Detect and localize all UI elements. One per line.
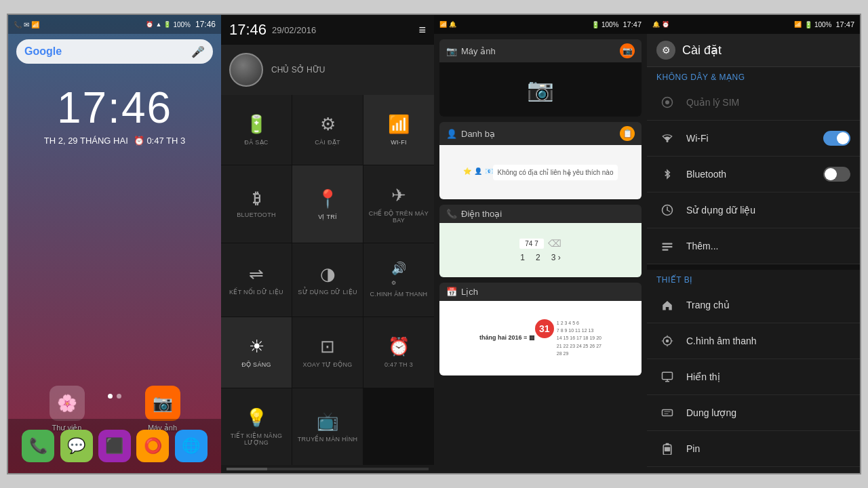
section-wireless: KHÔNG DÂY & MẠNG (647, 67, 860, 85)
google-search-bar[interactable]: Google 🎤 (16, 39, 213, 64)
recent-item-phone[interactable]: 📞 Điện thoại 74 7 ⌫ 123 › (439, 205, 642, 277)
settings-battery: 🔋 100% (804, 21, 831, 28)
home-clock: 17:46 TH 2, 29 THÁNG HAI ⏰ 0:47 TH 3 (8, 83, 221, 146)
dock-messages[interactable]: 💬 (60, 430, 93, 462)
qs-tile-wifi[interactable]: 📶 WI-FI (363, 95, 434, 165)
qs-tile-battery-label: ĐÃ SẠC (244, 139, 268, 146)
qs-tile-alarm[interactable]: ⏰ 0:47 TH 3 (363, 317, 434, 387)
sound-settings-label: C.hình âm thanh (686, 336, 850, 346)
qs-tile-location[interactable]: 📍 VỊ TRÍ (292, 165, 363, 242)
home-battery-icon: 🔋 (163, 21, 171, 28)
qs-menu-icon[interactable]: ≡ (418, 23, 426, 37)
qs-tile-data-usage-label: SỬ DỤNG DỮ LIỆU (298, 289, 357, 296)
recent-battery: 🔋 100% (591, 21, 618, 28)
qs-tile-alarm-label: 0:47 TH 3 (384, 361, 413, 368)
recent-camera-preview: 📷 (439, 62, 642, 117)
recent-phone-header: 📞 Điện thoại (439, 205, 642, 223)
settings-wifi[interactable]: Wi-Fi (647, 121, 860, 157)
app-library-icon: 🌸 (50, 386, 85, 421)
settings-divider (647, 264, 860, 270)
recent-calendar-header: 📅 Lịch (439, 283, 642, 301)
settings-battery[interactable]: Pin (647, 431, 860, 467)
wifi-toggle[interactable] (823, 131, 850, 146)
qs-scrollbar[interactable] (226, 468, 429, 470)
dock-apps[interactable]: ⬛ (98, 430, 131, 462)
recent-item-camera-header: 📷 Máy ảnh 📷 (439, 39, 642, 62)
qs-tile-rotate[interactable]: ⊡ XOAY TỰ ĐỘNG (292, 317, 363, 387)
alarm-text: ⏰ 0:47 TH 3 (134, 136, 185, 146)
qs-tile-data-connect-label: KẾT NỐI DỮ LIỆU (229, 289, 283, 296)
qs-tile-cast[interactable]: 📺 TRUYỀN MÀN HÌNH (292, 388, 363, 465)
svg-point-2 (667, 140, 669, 142)
svg-rect-10 (663, 410, 673, 416)
alarm-icon: ⏰ (388, 336, 410, 357)
bluetooth-icon: ₿ (253, 190, 260, 207)
sound-settings-icon (656, 330, 678, 352)
settings-more[interactable]: Thêm... (647, 228, 860, 264)
settings-status-icons: 🔔 ⏰ (652, 21, 669, 28)
clock-date: TH 2, 29 THÁNG HAI ⏰ 0:47 TH 3 (8, 136, 221, 146)
qs-tile-rotate-label: XOAY TỰ ĐỘNG (302, 361, 352, 368)
bluetooth-toggle-thumb (825, 168, 837, 180)
recent-status-icons: 📶 🔔 (439, 21, 456, 28)
settings-home[interactable]: Trang chủ (647, 287, 860, 323)
qs-tile-sound[interactable]: 🔊⚙ C.HINH ÂM THANH (363, 243, 434, 317)
contacts-badge: 📋 (620, 126, 635, 141)
dock-phone[interactable]: 📞 (22, 430, 54, 462)
recent-item-calendar[interactable]: 📅 Lịch tháng hai 2016 ≡ ▦ 31 1 2 3 4 5 6… (439, 283, 642, 375)
recent-calendar-preview: tháng hai 2016 ≡ ▦ 31 1 2 3 4 5 6 7 8 9 … (439, 301, 642, 375)
dock-browser[interactable]: 🌐 (175, 430, 208, 462)
qs-tile-settings[interactable]: ⚙ CÀI ĐẶT (292, 95, 363, 165)
recent-item-contacts[interactable]: 👤 Danh bạ 📋 ⭐ 👤 📧 Không có địa chỉ liên … (439, 122, 642, 199)
qs-tile-settings-label: CÀI ĐẶT (315, 139, 340, 146)
qs-tile-brightness-label: ĐỘ SÁNG (241, 361, 271, 368)
storage-icon (656, 402, 678, 424)
settings-sim[interactable]: Quản lý SIM (647, 85, 860, 121)
data-usage-icon: ◑ (320, 264, 336, 285)
panel-settings: 🔔 ⏰ 📶 🔋 100% 17:47 ⚙ Cài đặt KHÔNG DÂY &… (647, 15, 860, 473)
battery-icon: 🔋 (245, 114, 267, 135)
qs-tile-bluetooth[interactable]: ₿ BLUETOOTH (221, 165, 292, 242)
qs-grid: 🔋 ĐÃ SẠC ⚙ CÀI ĐẶT 📶 WI-FI ₿ BLUETOOTH 📍… (221, 95, 434, 465)
display-label: Hiển thị (686, 371, 850, 382)
settings-storage[interactable]: Dung lượng (647, 395, 860, 431)
home-settings-icon (656, 294, 678, 316)
display-icon (656, 366, 678, 388)
settings-bluetooth[interactable]: Bluetooth (647, 157, 860, 192)
home-wifi-icon: ▲ (155, 21, 161, 28)
settings-status-bar: 🔔 ⏰ 📶 🔋 100% 17:47 (647, 15, 860, 34)
settings-data-usage[interactable]: Sử dụng dữ liệu (647, 192, 860, 228)
qs-tile-power-save[interactable]: 💡 TIẾT KIỆM NĂNG LƯỢNG (221, 388, 292, 465)
dock-store[interactable]: ⭕ (136, 430, 169, 462)
home-battery-pct: 100% (173, 21, 191, 28)
battery-settings-label: Pin (686, 443, 850, 454)
sim-label: Quản lý SIM (686, 97, 850, 108)
qs-tile-data-usage[interactable]: ◑ SỬ DỤNG DỮ LIỆU (292, 243, 363, 317)
recent-status-bar: 📶 🔔 🔋 100% 17:47 (434, 15, 647, 34)
bluetooth-toggle[interactable] (823, 167, 850, 182)
settings-display[interactable]: Hiển thị (647, 359, 860, 395)
qs-header: 17:46 29/02/2016 ≡ (221, 15, 434, 45)
qs-tile-battery[interactable]: 🔋 ĐÃ SẠC (221, 95, 292, 165)
recent-time: 17:47 (623, 20, 642, 28)
mic-icon[interactable]: 🎤 (191, 45, 205, 58)
qs-tile-power-save-label: TIẾT KIỆM NĂNG LƯỢNG (224, 432, 289, 446)
settings-title: Cài đặt (682, 43, 722, 58)
qs-tile-airplane[interactable]: ✈ CHẾ ĐỘ TRÊN MÁY BAY (363, 165, 434, 242)
storage-label: Dung lượng (686, 407, 850, 418)
svg-point-8 (666, 340, 669, 343)
app-camera-icon: 📷 (145, 386, 180, 421)
gear-icon: ⚙ (320, 114, 336, 135)
svg-rect-14 (666, 443, 669, 445)
recent-item-camera[interactable]: 📷 Máy ảnh 📷 📷 (439, 39, 642, 117)
qs-profile: CHỦ SỞ HỮU (221, 45, 434, 95)
section-device: THIẾT BỊ (647, 270, 860, 287)
qs-tile-data-connect[interactable]: ⇌ KẾT NỐI DỮ LIỆU (221, 243, 292, 317)
qs-tile-brightness[interactable]: ☀ ĐỘ SÁNG (221, 317, 292, 387)
location-icon: 📍 (317, 188, 338, 209)
airplane-icon: ✈ (391, 185, 406, 206)
svg-point-1 (665, 100, 669, 104)
settings-sound[interactable]: C.hình âm thanh (647, 323, 860, 359)
calendar-icon: 📅 (446, 287, 457, 297)
settings-wifi-icon: 📶 (794, 21, 802, 28)
